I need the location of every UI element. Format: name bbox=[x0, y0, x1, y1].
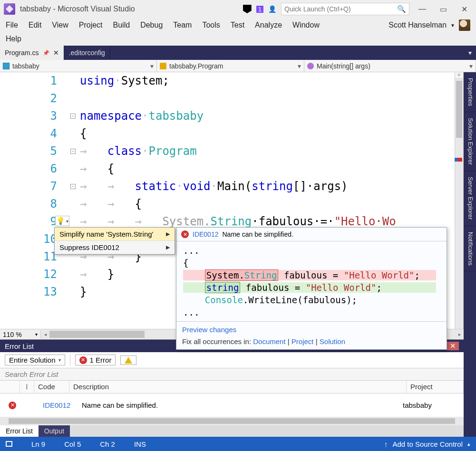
menu-edit[interactable]: Edit bbox=[29, 21, 42, 29]
error-search-input[interactable] bbox=[0, 368, 464, 380]
errors-filter-pill[interactable]: ✕ 1 Error bbox=[75, 355, 116, 365]
error-icon: ✕ bbox=[181, 230, 189, 238]
sidetab-notifications[interactable]: Notifications bbox=[464, 226, 476, 272]
menu-debug[interactable]: Debug bbox=[140, 21, 163, 29]
menu-file[interactable]: File bbox=[6, 21, 18, 29]
close-button[interactable]: ✕ bbox=[456, 2, 472, 16]
scrollbar-thumb[interactable] bbox=[456, 81, 462, 138]
menu-tools[interactable]: Tools bbox=[202, 21, 220, 29]
vertical-scrollbar[interactable]: ≡ bbox=[455, 72, 463, 329]
preview-rule-id[interactable]: IDE0012 bbox=[193, 230, 218, 238]
scroll-left-arrow-icon[interactable]: ◂ bbox=[41, 329, 49, 339]
editor-column: 1 2 3 4 5 6 7 8 9 10 11 12 13 − − − bbox=[0, 72, 464, 437]
user-name-menu[interactable]: Scott Hanselman bbox=[389, 21, 447, 29]
user-avatar[interactable] bbox=[459, 19, 470, 31]
line-number: 7 bbox=[0, 178, 57, 195]
tab-output[interactable]: Output bbox=[39, 425, 70, 437]
quick-launch-input[interactable] bbox=[284, 5, 397, 13]
quick-action-suppress[interactable]: Suppress IDE0012 ▶ bbox=[55, 241, 175, 254]
menu-window[interactable]: Window bbox=[292, 21, 320, 29]
line-number: 2 bbox=[0, 90, 57, 107]
notification-count-badge[interactable]: 1 bbox=[256, 6, 263, 13]
nav-member-combo[interactable]: Main(string[] args) ▾ bbox=[304, 60, 476, 72]
status-mode-icon[interactable] bbox=[6, 441, 12, 447]
feedback-icon[interactable]: 👤 bbox=[268, 5, 276, 13]
line-number: 13 bbox=[0, 283, 57, 301]
minimize-button[interactable]: — bbox=[414, 2, 430, 16]
error-icon: ✕ bbox=[9, 402, 16, 409]
error-col-code[interactable]: Code bbox=[34, 381, 69, 393]
tab-error-list[interactable]: Error List bbox=[0, 425, 39, 437]
tab-editorconfig[interactable]: .editorconfig bbox=[64, 46, 110, 60]
error-col-index[interactable]: ⁞ bbox=[20, 381, 34, 393]
error-col-description[interactable]: Description bbox=[69, 381, 407, 393]
error-list-header[interactable]: ⁞ Code Description Project bbox=[0, 381, 464, 393]
search-icon[interactable]: 🔍 bbox=[397, 5, 406, 13]
error-scope-combo[interactable]: Entire Solution ▾ bbox=[5, 355, 65, 365]
chevron-down-icon: ▾ bbox=[469, 62, 473, 70]
bottom-tab-row: Error List Output bbox=[0, 425, 464, 437]
fix-solution-link[interactable]: Solution bbox=[320, 337, 345, 345]
pin-icon[interactable]: 📌 bbox=[43, 50, 49, 56]
menu-view[interactable]: View bbox=[52, 21, 68, 29]
scroll-right-arrow-icon[interactable]: ▸ bbox=[455, 329, 464, 339]
menu-test[interactable]: Test bbox=[231, 21, 244, 29]
preview-rule-message: Name can be simplified. bbox=[222, 230, 293, 238]
error-list-title: Error List bbox=[5, 342, 34, 350]
chevron-down-icon: ▾ bbox=[66, 219, 68, 224]
source-control-up-icon[interactable]: ↑ bbox=[384, 440, 388, 448]
flag-icon[interactable] bbox=[243, 5, 252, 13]
split-handle-icon[interactable]: ≡ bbox=[455, 72, 463, 79]
scrollbar-thumb[interactable] bbox=[49, 331, 145, 338]
tab-label: Program.cs bbox=[5, 49, 39, 57]
tab-label: .editorconfig bbox=[69, 49, 105, 57]
error-list-panel: Error List ✕ Entire Solution ▾ ✕ 1 Error bbox=[0, 339, 464, 437]
sidetab-server-explorer[interactable]: Server Explorer bbox=[464, 171, 476, 226]
chevron-up-icon[interactable]: ▴ bbox=[467, 441, 470, 447]
restore-button[interactable]: ▭ bbox=[435, 2, 451, 16]
nav-project-combo[interactable]: tabsbaby ▾ bbox=[0, 60, 157, 72]
error-project: tabsbaby bbox=[403, 401, 460, 409]
preview-changes-link[interactable]: Preview changes bbox=[182, 326, 236, 334]
status-column: Col 5 bbox=[64, 440, 81, 448]
menu-help[interactable]: Help bbox=[6, 35, 21, 43]
status-bar: Ln 9 Col 5 Ch 2 INS ↑ Add to Source Cont… bbox=[0, 437, 476, 451]
preview-header: ✕ IDE0012 Name can be simplified. bbox=[176, 228, 447, 241]
menu-analyze[interactable]: Analyze bbox=[255, 21, 282, 29]
menu-build[interactable]: Build bbox=[113, 21, 130, 29]
nav-class-combo[interactable]: tabsbaby.Program ▾ bbox=[157, 60, 304, 72]
error-code[interactable]: IDE0012 bbox=[43, 396, 78, 414]
quick-action-simplify-name[interactable]: Simplify name 'System.String' ▶ bbox=[55, 228, 175, 241]
status-line: Ln 9 bbox=[31, 440, 45, 448]
error-list-search[interactable] bbox=[0, 368, 464, 381]
panel-close-button[interactable]: ✕ bbox=[447, 342, 459, 350]
error-col-icon[interactable] bbox=[0, 381, 20, 393]
submenu-arrow-icon: ▶ bbox=[166, 244, 170, 250]
menu-project[interactable]: Project bbox=[79, 21, 103, 29]
quick-launch-box[interactable]: 🔍 bbox=[281, 3, 409, 15]
warnings-filter-pill[interactable] bbox=[120, 355, 136, 365]
nav-member-label: Main(string[] args) bbox=[317, 62, 370, 70]
fix-project-link[interactable]: Project bbox=[291, 337, 314, 345]
sidetab-properties[interactable]: Properties bbox=[464, 72, 476, 112]
sidetab-solution-explorer[interactable]: Solution Explorer bbox=[464, 112, 476, 171]
error-list-toolbar: Entire Solution ▾ ✕ 1 Error bbox=[0, 352, 464, 368]
vs-logo-icon bbox=[4, 3, 15, 15]
add-to-source-control[interactable]: Add to Source Control bbox=[392, 440, 463, 448]
fix-document-link[interactable]: Document bbox=[253, 337, 285, 345]
submenu-arrow-icon: ▶ bbox=[166, 231, 170, 237]
line-number: 8 bbox=[0, 195, 57, 213]
error-row[interactable]: ✕ IDE0012 Name can be simplified. tabsba… bbox=[0, 393, 464, 417]
tab-program-cs[interactable]: Program.cs 📌 ✕ bbox=[0, 46, 64, 60]
error-list-hscroll[interactable] bbox=[0, 417, 464, 425]
line-number: 9 bbox=[0, 213, 57, 230]
error-col-project[interactable]: Project bbox=[407, 381, 464, 393]
menu-team[interactable]: Team bbox=[173, 21, 192, 29]
lightbulb-quickaction[interactable]: 💡 ▾ bbox=[55, 216, 69, 226]
scrollbar-thumb[interactable] bbox=[9, 418, 455, 424]
zoom-combo[interactable]: 110 % ▾ bbox=[0, 331, 41, 338]
user-menu-caret-icon[interactable]: ▼ bbox=[450, 23, 455, 28]
status-insert-mode: INS bbox=[134, 440, 146, 448]
tab-overflow-caret-icon[interactable]: ▾ bbox=[464, 46, 476, 60]
tab-close-icon[interactable]: ✕ bbox=[53, 49, 59, 57]
